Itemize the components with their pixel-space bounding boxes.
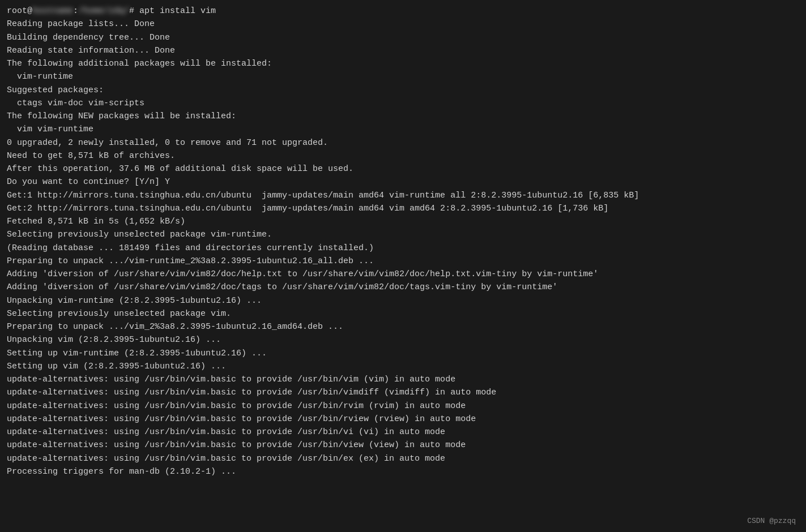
terminal-line: update-alternatives: using /usr/bin/vim.… xyxy=(7,413,799,426)
terminal-line: The following NEW packages will be insta… xyxy=(7,110,799,123)
terminal-line: Preparing to unpack .../vim-runtime_2%3a… xyxy=(7,255,799,268)
terminal-line: Selecting previously unselected package … xyxy=(7,307,799,320)
terminal-line: Suggested packages: xyxy=(7,84,799,97)
terminal-line: update-alternatives: using /usr/bin/vim.… xyxy=(7,373,799,386)
terminal-line: update-alternatives: using /usr/bin/vim.… xyxy=(7,386,799,399)
terminal-line: Get:1 http://mirrors.tuna.tsinghua.edu.c… xyxy=(7,189,799,202)
terminal-line: (Reading database ... 181499 files and d… xyxy=(7,242,799,255)
terminal-line: update-alternatives: using /usr/bin/vim.… xyxy=(7,426,799,439)
terminal-line: Setting up vim-runtime (2:8.2.3995-1ubun… xyxy=(7,347,799,360)
terminal-line: Preparing to unpack .../vim_2%3a8.2.3995… xyxy=(7,320,799,333)
terminal-line: 0 upgraded, 2 newly installed, 0 to remo… xyxy=(7,136,799,149)
terminal-line: update-alternatives: using /usr/bin/vim.… xyxy=(7,452,799,465)
terminal-line: Unpacking vim (2:8.2.3995-1ubuntu2.16) .… xyxy=(7,333,799,346)
terminal-line: update-alternatives: using /usr/bin/vim.… xyxy=(7,439,799,452)
terminal-line: After this operation, 37.6 MB of additio… xyxy=(7,162,799,175)
terminal-line: Reading package lists... Done xyxy=(7,18,799,31)
prompt-colon: : xyxy=(73,6,78,16)
terminal-line: Adding 'diversion of /usr/share/vim/vim8… xyxy=(7,268,799,281)
terminal-line: Need to get 8,571 kB of archives. xyxy=(7,149,799,162)
terminal-line: Do you want to continue? [Y/n] Y xyxy=(7,175,799,188)
watermark: CSDN @pzzqq xyxy=(747,517,796,525)
prompt-root: root@ xyxy=(7,6,32,16)
terminal-line: root@hostname:/home/zdq/# apt install vi… xyxy=(7,5,799,18)
terminal-line: Get:2 http://mirrors.tuna.tsinghua.edu.c… xyxy=(7,202,799,215)
terminal-line: Adding 'diversion of /usr/share/vim/vim8… xyxy=(7,281,799,294)
terminal-line: update-alternatives: using /usr/bin/vim.… xyxy=(7,400,799,413)
terminal-line: The following additional packages will b… xyxy=(7,57,799,70)
terminal-window: root@hostname:/home/zdq/# apt install vi… xyxy=(0,0,806,532)
terminal-line: Setting up vim (2:8.2.3995-1ubuntu2.16) … xyxy=(7,360,799,373)
terminal-line: Building dependency tree... Done xyxy=(7,31,799,44)
blurred-hostname: hostname xyxy=(32,5,73,18)
terminal-line: Reading state information... Done xyxy=(7,44,799,57)
terminal-line: Unpacking vim-runtime (2:8.2.3995-1ubunt… xyxy=(7,294,799,307)
terminal-line: ctags vim-doc vim-scripts xyxy=(7,97,799,110)
terminal-line: vim-runtime xyxy=(7,70,799,83)
terminal-line: vim vim-runtime xyxy=(7,123,799,136)
terminal-line: Processing triggers for man-db (2.10.2-1… xyxy=(7,465,799,478)
terminal-line: Fetched 8,571 kB in 5s (1,652 kB/s) xyxy=(7,215,799,228)
terminal-line: Selecting previously unselected package … xyxy=(7,228,799,241)
prompt-hash: # apt install vim xyxy=(129,6,216,16)
blurred-path: /home/zdq/ xyxy=(78,5,129,18)
